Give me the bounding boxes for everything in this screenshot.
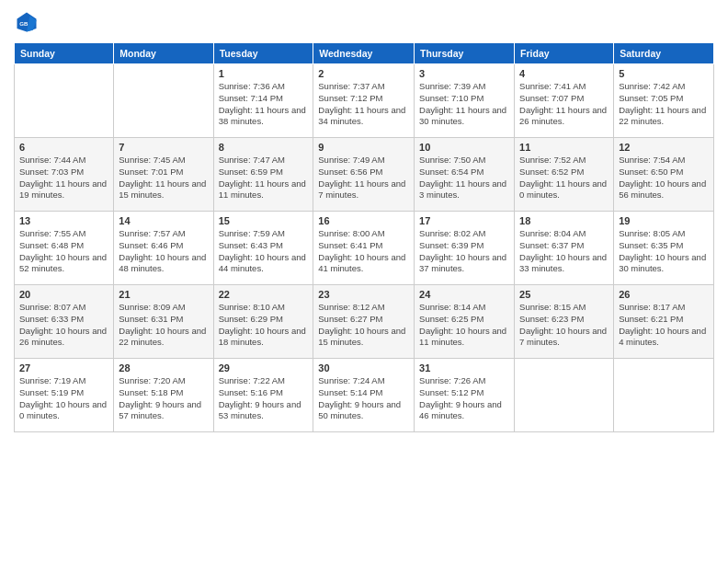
day-info: Sunrise: 7:54 AM Sunset: 6:50 PM Dayligh… [619,155,709,201]
calendar-cell: 10Sunrise: 7:50 AM Sunset: 6:54 PM Dayli… [415,138,515,212]
col-header-saturday: Saturday [614,43,714,64]
calendar-cell [15,64,114,138]
calendar-cell: 22Sunrise: 8:10 AM Sunset: 6:29 PM Dayli… [213,285,313,359]
calendar-header-row: SundayMondayTuesdayWednesdayThursdayFrid… [15,43,714,64]
day-info: Sunrise: 8:09 AM Sunset: 6:31 PM Dayligh… [119,302,208,349]
calendar-cell [614,359,714,432]
day-info: Sunrise: 7:52 AM Sunset: 6:52 PM Dayligh… [519,155,609,201]
day-info: Sunrise: 8:07 AM Sunset: 6:33 PM Dayligh… [19,302,108,349]
day-info: Sunrise: 7:41 AM Sunset: 7:07 PM Dayligh… [519,81,609,128]
day-info: Sunrise: 8:04 AM Sunset: 6:37 PM Dayligh… [519,228,609,275]
day-number: 24 [419,289,509,300]
calendar-cell: 16Sunrise: 8:00 AM Sunset: 6:41 PM Dayli… [313,212,415,285]
day-number: 9 [318,142,409,153]
calendar-week-1: 1Sunrise: 7:36 AM Sunset: 7:14 PM Daylig… [15,64,714,138]
calendar-cell: 28Sunrise: 7:20 AM Sunset: 5:18 PM Dayli… [114,359,213,432]
day-info: Sunrise: 7:39 AM Sunset: 7:10 PM Dayligh… [419,81,509,128]
day-info: Sunrise: 7:24 AM Sunset: 5:14 PM Dayligh… [318,375,409,422]
calendar-cell: 31Sunrise: 7:26 AM Sunset: 5:12 PM Dayli… [415,359,515,432]
day-info: Sunrise: 7:37 AM Sunset: 7:12 PM Dayligh… [318,81,409,128]
calendar-cell: 24Sunrise: 8:14 AM Sunset: 6:25 PM Dayli… [415,285,515,359]
calendar-cell: 18Sunrise: 8:04 AM Sunset: 6:37 PM Dayli… [515,212,614,285]
calendar-cell: 9Sunrise: 7:49 AM Sunset: 6:56 PM Daylig… [313,138,415,212]
calendar-cell: 19Sunrise: 8:05 AM Sunset: 6:35 PM Dayli… [614,212,714,285]
day-number: 15 [219,215,309,226]
day-number: 12 [619,142,709,153]
day-number: 21 [119,289,208,300]
day-info: Sunrise: 8:15 AM Sunset: 6:23 PM Dayligh… [519,302,609,349]
calendar-cell: 29Sunrise: 7:22 AM Sunset: 5:16 PM Dayli… [213,359,313,432]
calendar-cell: 17Sunrise: 8:02 AM Sunset: 6:39 PM Dayli… [415,212,515,285]
day-number: 19 [619,215,709,226]
header: GB [14,9,714,35]
day-number: 5 [619,68,709,79]
day-number: 14 [119,215,208,226]
day-number: 18 [519,215,609,226]
calendar-cell: 5Sunrise: 7:42 AM Sunset: 7:05 PM Daylig… [614,64,714,138]
day-number: 11 [519,142,609,153]
day-info: Sunrise: 7:57 AM Sunset: 6:46 PM Dayligh… [119,228,208,275]
day-number: 26 [619,289,709,300]
calendar-table: SundayMondayTuesdayWednesdayThursdayFrid… [14,42,714,432]
col-header-tuesday: Tuesday [213,43,313,64]
logo: GB [14,9,43,35]
day-number: 3 [419,68,509,79]
calendar-cell: 7Sunrise: 7:45 AM Sunset: 7:01 PM Daylig… [114,138,213,212]
calendar-cell: 8Sunrise: 7:47 AM Sunset: 6:59 PM Daylig… [213,138,313,212]
day-info: Sunrise: 8:10 AM Sunset: 6:29 PM Dayligh… [219,302,309,349]
day-number: 17 [419,215,509,226]
col-header-sunday: Sunday [15,43,114,64]
day-info: Sunrise: 7:42 AM Sunset: 7:05 PM Dayligh… [619,81,709,128]
day-number: 1 [219,68,309,79]
calendar-cell: 23Sunrise: 8:12 AM Sunset: 6:27 PM Dayli… [313,285,415,359]
day-number: 4 [519,68,609,79]
svg-text:GB: GB [19,20,28,27]
day-number: 31 [419,362,509,373]
calendar-cell: 12Sunrise: 7:54 AM Sunset: 6:50 PM Dayli… [614,138,714,212]
col-header-wednesday: Wednesday [313,43,415,64]
day-number: 25 [519,289,609,300]
day-info: Sunrise: 8:02 AM Sunset: 6:39 PM Dayligh… [419,228,509,275]
day-info: Sunrise: 7:20 AM Sunset: 5:18 PM Dayligh… [119,375,208,422]
calendar-week-5: 27Sunrise: 7:19 AM Sunset: 5:19 PM Dayli… [15,359,714,432]
calendar-cell: 13Sunrise: 7:55 AM Sunset: 6:48 PM Dayli… [15,212,114,285]
day-number: 27 [19,362,108,373]
page: GB SundayMondayTuesdayWednesdayThursdayF… [0,0,728,563]
day-number: 7 [119,142,208,153]
calendar-cell: 25Sunrise: 8:15 AM Sunset: 6:23 PM Dayli… [515,285,614,359]
day-info: Sunrise: 7:59 AM Sunset: 6:43 PM Dayligh… [219,228,309,275]
day-info: Sunrise: 7:36 AM Sunset: 7:14 PM Dayligh… [219,81,309,128]
calendar-cell: 11Sunrise: 7:52 AM Sunset: 6:52 PM Dayli… [515,138,614,212]
day-info: Sunrise: 8:00 AM Sunset: 6:41 PM Dayligh… [318,228,409,275]
day-info: Sunrise: 8:14 AM Sunset: 6:25 PM Dayligh… [419,302,509,349]
day-info: Sunrise: 7:45 AM Sunset: 7:01 PM Dayligh… [119,155,208,201]
col-header-monday: Monday [114,43,213,64]
day-number: 29 [219,362,309,373]
logo-icon: GB [14,9,40,35]
day-info: Sunrise: 7:22 AM Sunset: 5:16 PM Dayligh… [219,375,309,422]
calendar-cell: 20Sunrise: 8:07 AM Sunset: 6:33 PM Dayli… [15,285,114,359]
day-number: 16 [318,215,409,226]
day-number: 28 [119,362,208,373]
day-number: 8 [219,142,309,153]
calendar-cell: 2Sunrise: 7:37 AM Sunset: 7:12 PM Daylig… [313,64,415,138]
day-number: 20 [19,289,108,300]
day-info: Sunrise: 8:05 AM Sunset: 6:35 PM Dayligh… [619,228,709,275]
calendar-cell: 30Sunrise: 7:24 AM Sunset: 5:14 PM Dayli… [313,359,415,432]
calendar-cell: 6Sunrise: 7:44 AM Sunset: 7:03 PM Daylig… [15,138,114,212]
day-info: Sunrise: 7:47 AM Sunset: 6:59 PM Dayligh… [219,155,309,201]
calendar-cell: 14Sunrise: 7:57 AM Sunset: 6:46 PM Dayli… [114,212,213,285]
col-header-friday: Friday [515,43,614,64]
day-info: Sunrise: 7:44 AM Sunset: 7:03 PM Dayligh… [19,155,108,201]
day-number: 23 [318,289,409,300]
day-number: 22 [219,289,309,300]
calendar-week-2: 6Sunrise: 7:44 AM Sunset: 7:03 PM Daylig… [15,138,714,212]
calendar-cell: 4Sunrise: 7:41 AM Sunset: 7:07 PM Daylig… [515,64,614,138]
day-info: Sunrise: 7:50 AM Sunset: 6:54 PM Dayligh… [419,155,509,201]
calendar-cell: 15Sunrise: 7:59 AM Sunset: 6:43 PM Dayli… [213,212,313,285]
day-info: Sunrise: 7:26 AM Sunset: 5:12 PM Dayligh… [419,375,509,422]
day-number: 2 [318,68,409,79]
day-number: 30 [318,362,409,373]
calendar-cell [114,64,213,138]
day-number: 10 [419,142,509,153]
